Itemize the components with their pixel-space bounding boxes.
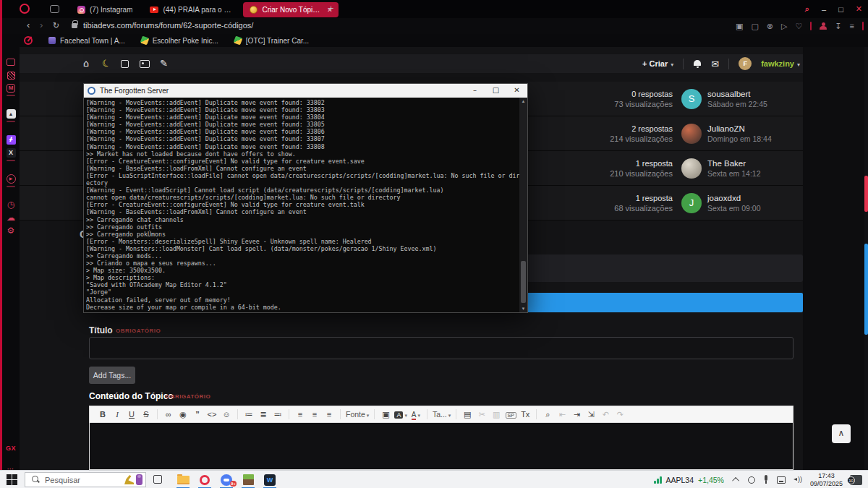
search-icon[interactable]: ⌕: [805, 4, 809, 14]
special-chars-button[interactable]: SP: [503, 410, 518, 419]
bookmark-item[interactable]: [OTC] Trainer Car...: [234, 37, 309, 45]
console-window[interactable]: The Forgotten Server – □ ✕ [Warning - Mo…: [83, 83, 528, 313]
new-tab-button[interactable]: +: [325, 3, 337, 15]
easy-setup-icon[interactable]: ≡: [850, 22, 854, 30]
scroll-down-icon[interactable]: ▼: [519, 307, 527, 311]
criar-button[interactable]: + Criar▾: [642, 59, 673, 68]
cut-button[interactable]: ✂: [475, 410, 489, 419]
scrollbar-thumb[interactable]: [864, 176, 868, 212]
minecraft-taskbar-icon[interactable]: [237, 471, 259, 488]
redo-button[interactable]: ↷: [613, 410, 627, 419]
background-color-button[interactable]: A▾: [393, 410, 409, 419]
browser-tab[interactable]: (7) Instagram: [71, 2, 139, 17]
hidden-icons-chevron[interactable]: [732, 477, 739, 484]
notifications-bell-icon[interactable]: [693, 59, 702, 68]
underline-button[interactable]: U: [124, 410, 139, 419]
scroll-up-icon[interactable]: ▲: [519, 99, 527, 103]
indent-button[interactable]: ⇥: [569, 410, 584, 419]
history-icon[interactable]: ◷: [5, 199, 17, 210]
align-right-button[interactable]: ≡: [322, 410, 336, 419]
bold-button[interactable]: B: [95, 410, 110, 419]
lock-icon[interactable]: [72, 23, 77, 28]
list-numbered-button[interactable]: ≕: [271, 410, 285, 419]
easy-files-icon[interactable]: ☁: [5, 212, 17, 223]
find-button[interactable]: ⌕: [540, 410, 555, 419]
speed-dial-icon[interactable]: [24, 36, 33, 45]
messenger-icon[interactable]: M: [5, 82, 17, 94]
console-output[interactable]: [Warning - MoveEvents::addEvent] Duplica…: [84, 98, 519, 312]
copy-button[interactable]: ▥: [489, 410, 503, 419]
task-view-button[interactable]: [153, 475, 162, 484]
topic-author[interactable]: JulianoZN: [707, 124, 803, 134]
speaker-icon[interactable]: )): [793, 476, 803, 484]
scrollbar-thumb[interactable]: [521, 261, 526, 303]
outdent-button[interactable]: ⇤: [555, 410, 569, 419]
explorer-taskbar-icon[interactable]: [172, 471, 194, 488]
start-button[interactable]: [7, 474, 17, 485]
player-icon[interactable]: ▶: [5, 173, 17, 184]
user-avatar[interactable]: F: [739, 57, 752, 70]
align-center-button[interactable]: ≡: [307, 410, 322, 419]
snapshot-icon[interactable]: ▢: [751, 22, 758, 31]
italic-button[interactable]: I: [110, 410, 124, 419]
align-left-button[interactable]: ≡: [293, 410, 307, 419]
browser-tab[interactable]: (44) PRAIA para o ORIENT: [143, 2, 239, 17]
quote-button[interactable]: ”: [190, 410, 205, 419]
maximize-editor-button[interactable]: ⇲: [584, 410, 598, 419]
strikethrough-button[interactable]: S: [139, 410, 153, 419]
preview-eye-button[interactable]: ◉: [176, 410, 190, 419]
close-icon[interactable]: ✕: [506, 84, 527, 98]
ticker-change[interactable]: +1,45%: [698, 476, 724, 484]
emoji-button[interactable]: ☺: [219, 410, 234, 419]
tab-search-icon[interactable]: [50, 5, 59, 13]
gallery-icon[interactable]: [140, 60, 150, 68]
minimize-icon[interactable]: –: [464, 84, 485, 98]
messages-envelope-icon[interactable]: ✉: [711, 59, 719, 69]
avatar[interactable]: [681, 124, 702, 144]
network-icon[interactable]: [777, 476, 786, 484]
opera-taskbar-icon[interactable]: [194, 471, 216, 488]
text-color-button[interactable]: A▾: [409, 410, 423, 419]
discord-taskbar-icon[interactable]: 9+: [216, 471, 237, 488]
maximize-icon[interactable]: □: [485, 84, 506, 98]
topic-author[interactable]: joaoxdxd: [707, 193, 803, 203]
bookmark-item[interactable]: Escolher Poke Inic...: [141, 37, 218, 45]
ticker-symbol[interactable]: AAPL34: [666, 476, 694, 484]
brush-icon[interactable]: ✎: [160, 58, 168, 69]
undo-button[interactable]: ↶: [598, 410, 613, 419]
topic-author[interactable]: The Baker: [707, 158, 803, 168]
notification-center-icon[interactable]: 10: [850, 475, 862, 485]
profile-icon[interactable]: [820, 22, 827, 30]
block-button[interactable]: ▤: [460, 410, 475, 419]
search-highlight-image[interactable]: [124, 475, 134, 484]
x-twitter-icon[interactable]: X: [5, 147, 17, 158]
username-menu[interactable]: fawkziny▾: [761, 59, 800, 68]
page-scrollbar[interactable]: [864, 47, 868, 470]
paste-button[interactable]: ▣: [378, 410, 393, 419]
app-white-icon[interactable]: ▲: [5, 108, 17, 119]
stocks-icon[interactable]: [654, 476, 662, 484]
settings-icon[interactable]: ⚙: [5, 225, 17, 236]
link-button[interactable]: ∞: [161, 410, 176, 419]
reload-icon[interactable]: ↻: [53, 21, 59, 30]
bookmark-heart-icon[interactable]: ♡: [795, 22, 802, 31]
close-icon[interactable]: ✕: [856, 4, 862, 14]
wemod-taskbar-icon[interactable]: W: [259, 471, 281, 488]
code-button[interactable]: <>: [205, 410, 219, 419]
frame-icon[interactable]: [121, 60, 129, 68]
remove-format-button[interactable]: Tx: [518, 410, 532, 419]
minimize-icon[interactable]: –: [822, 5, 826, 14]
opera-menu-icon[interactable]: [20, 4, 30, 14]
rich-text-editor[interactable]: BIUS∞◉”<>☺≔≣≕≡≡≡Fonte▾▣A▾A▾Ta...▾▤✂▥SPTx…: [89, 406, 793, 470]
clock[interactable]: 17:4309/07/2025: [810, 472, 843, 487]
gx-corner-icon[interactable]: [5, 56, 17, 68]
avatar[interactable]: J: [681, 193, 702, 213]
font-family-select-button[interactable]: Fonte▾: [344, 410, 370, 419]
list-bullet-button[interactable]: ≔: [242, 410, 256, 419]
console-scrollbar[interactable]: ▲ ▼: [519, 98, 527, 312]
dark-mode-icon[interactable]: ☾: [101, 57, 112, 70]
forward-icon[interactable]: ›: [40, 20, 43, 30]
microphone-icon[interactable]: [763, 475, 769, 484]
title-input[interactable]: [89, 337, 793, 359]
bookmark-item[interactable]: Faceheal Town | A...: [48, 37, 125, 45]
